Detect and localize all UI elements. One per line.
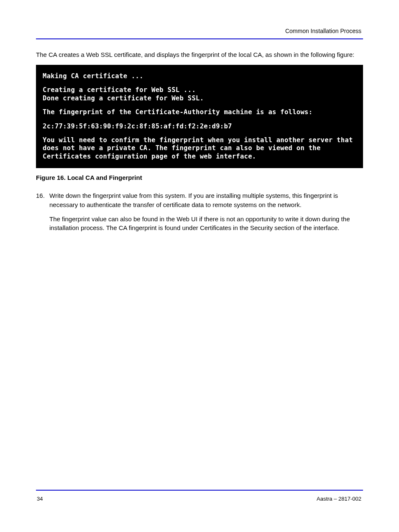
step-paragraph-2: The fingerprint value can also be found … [49, 215, 363, 233]
running-header: Common Installation Process [285, 28, 361, 34]
step-body: Write down the fingerprint value from th… [49, 191, 363, 238]
footer-company: Aastra – 2817-002 [317, 496, 361, 502]
terminal-line-fp-value: 2c:77:39:5f:63:90:f9:2c:8f:85:af:fd:f2:2… [43, 123, 359, 130]
header-rule [36, 38, 363, 39]
terminal-line-fp-label: The fingerprint of the Certificate-Autho… [43, 108, 359, 116]
content-area: The CA creates a Web SSL certificate, an… [36, 50, 363, 238]
footer-rule [36, 490, 363, 491]
page-number: 34 [37, 496, 43, 502]
figure-caption: Figure 16. Local CA and Fingerprint [36, 174, 363, 181]
terminal-figure: Making CA certificate ... Creating a cer… [36, 65, 363, 168]
intro-paragraph: The CA creates a Web SSL certificate, an… [36, 50, 363, 59]
page-container: Common Installation Process The CA creat… [0, 0, 399, 532]
step-16: 16. Write down the fingerprint value fro… [36, 191, 363, 238]
terminal-line-fp-note: You will need to confirm the fingerprint… [43, 136, 359, 161]
terminal-line-making-ca: Making CA certificate ... [43, 72, 359, 80]
terminal-line-webssl: Creating a certificate for Web SSL ... D… [43, 86, 359, 102]
step-number: 16. [36, 191, 49, 238]
step-paragraph-1: Write down the fingerprint value from th… [49, 191, 363, 210]
